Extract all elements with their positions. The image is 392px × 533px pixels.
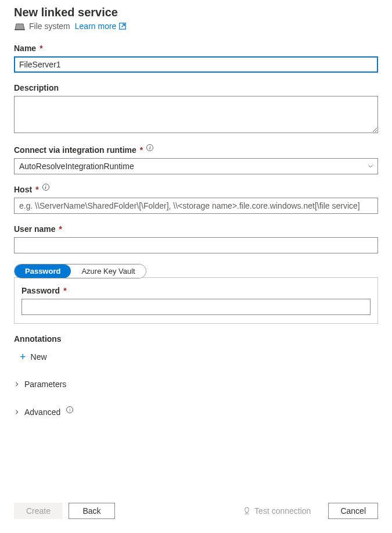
plus-icon: + xyxy=(20,352,26,362)
info-icon[interactable]: i xyxy=(146,144,153,151)
annotations-heading: Annotations xyxy=(14,334,378,344)
chevron-right-icon xyxy=(14,409,20,415)
file-system-icon xyxy=(14,23,24,30)
required-asterisk: * xyxy=(63,286,66,295)
subtitle-row: File system Learn more xyxy=(14,22,378,31)
description-input[interactable] xyxy=(14,96,378,133)
required-asterisk: * xyxy=(39,44,42,53)
subtitle-text: File system xyxy=(29,22,70,31)
host-label: Host* i xyxy=(14,185,378,194)
svg-rect-0 xyxy=(15,29,25,30)
tab-password[interactable]: Password xyxy=(15,264,71,278)
required-asterisk: * xyxy=(35,185,38,194)
learn-more-text: Learn more xyxy=(75,22,117,31)
add-annotation-button[interactable]: + New xyxy=(17,349,49,364)
required-asterisk: * xyxy=(59,224,62,234)
new-annotation-label: New xyxy=(31,352,47,362)
runtime-select[interactable] xyxy=(14,158,378,174)
rocket-icon xyxy=(243,507,251,515)
advanced-label: Advanced xyxy=(24,407,60,417)
learn-more-link[interactable]: Learn more xyxy=(75,22,127,31)
password-label: Password* xyxy=(21,286,371,295)
test-connection-button: Test connection xyxy=(231,503,322,518)
footer: Create Back Test connection Cancel xyxy=(14,493,378,533)
password-input[interactable] xyxy=(21,299,371,315)
page-title: New linked service xyxy=(14,6,378,19)
username-input[interactable] xyxy=(14,237,378,253)
host-input[interactable] xyxy=(14,198,378,214)
required-asterisk: * xyxy=(140,145,143,155)
cancel-button[interactable]: Cancel xyxy=(328,503,378,519)
parameters-section-toggle[interactable]: Parameters xyxy=(14,376,66,392)
info-icon[interactable]: i xyxy=(42,184,49,191)
parameters-label: Parameters xyxy=(24,380,66,389)
name-input[interactable] xyxy=(14,56,378,73)
advanced-section-toggle[interactable]: Advanced i xyxy=(14,404,73,420)
name-label: Name* xyxy=(14,44,378,53)
create-button: Create xyxy=(14,503,63,519)
password-panel: Password* xyxy=(14,277,378,324)
credential-type-toggle: Password Azure Key Vault xyxy=(14,264,146,278)
username-label: User name* xyxy=(14,224,378,234)
description-label: Description xyxy=(14,83,378,92)
chevron-right-icon xyxy=(14,381,20,387)
external-link-icon xyxy=(118,22,127,30)
back-button[interactable]: Back xyxy=(69,503,115,519)
runtime-label: Connect via integration runtime* i xyxy=(14,145,378,155)
info-icon[interactable]: i xyxy=(66,406,73,413)
test-connection-label: Test connection xyxy=(254,506,311,516)
tab-azure-key-vault[interactable]: Azure Key Vault xyxy=(71,264,145,278)
